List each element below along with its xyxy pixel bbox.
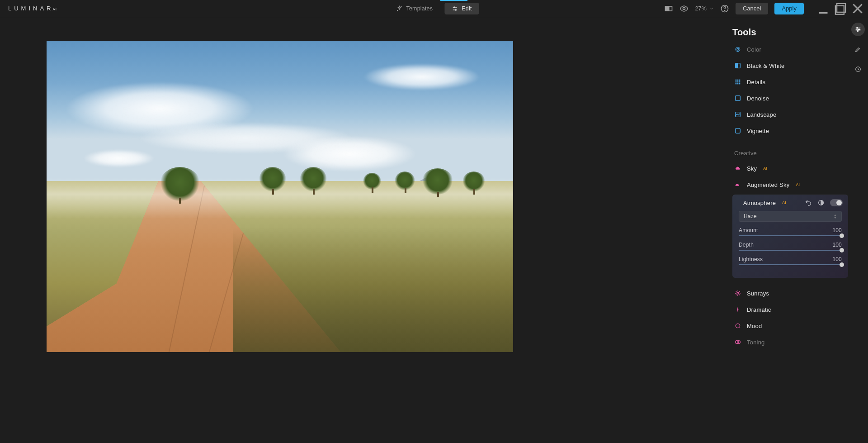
vignette-icon xyxy=(734,127,741,134)
svg-point-3 xyxy=(453,6,454,7)
zoom-dropdown[interactable]: 27% xyxy=(695,5,714,12)
titlebar: LUMINAR AI Templates Edit xyxy=(0,0,868,17)
svg-rect-26 xyxy=(736,83,737,85)
ai-badge: AI xyxy=(763,166,767,171)
rail-history-icon[interactable] xyxy=(851,62,865,76)
tool-sunrays-label: Sunrays xyxy=(747,290,769,297)
zoom-value: 27% xyxy=(695,5,707,12)
svg-rect-23 xyxy=(736,81,737,83)
slider-depth-value: 100 xyxy=(832,242,842,248)
tool-color[interactable]: Color xyxy=(732,41,848,57)
svg-rect-25 xyxy=(739,81,741,83)
svg-rect-19 xyxy=(736,63,738,68)
tool-sky[interactable]: Sky AI xyxy=(732,160,848,176)
svg-point-33 xyxy=(737,292,739,294)
canvas-area xyxy=(0,17,732,443)
section-creative: Creative xyxy=(732,139,848,160)
undo-icon[interactable] xyxy=(805,199,812,206)
atmosphere-mode-value: Haze xyxy=(744,213,757,219)
tool-bw-label: Black & White xyxy=(747,62,785,69)
tool-sky-label: Sky xyxy=(747,165,757,172)
tool-mood-label: Mood xyxy=(747,323,762,329)
apply-button[interactable]: Apply xyxy=(774,3,804,14)
tab-edit[interactable]: Edit xyxy=(444,3,479,14)
svg-line-41 xyxy=(739,291,740,292)
tool-bw[interactable]: Black & White xyxy=(732,57,848,74)
svg-point-10 xyxy=(724,10,725,10)
tool-dramatic[interactable]: Dramatic xyxy=(732,301,848,318)
sunrays-icon xyxy=(734,290,741,297)
tools-panel: Tools Color Black & White Details Denois… xyxy=(732,17,848,443)
tool-sunrays[interactable]: Sunrays xyxy=(732,285,848,301)
help-icon[interactable] xyxy=(720,4,729,13)
slider-lightness[interactable]: Lightness 100 xyxy=(739,256,842,265)
window-minimize-icon[interactable] xyxy=(815,0,832,17)
tool-details-label: Details xyxy=(747,79,765,86)
atmosphere-label: Atmosphere xyxy=(743,200,776,206)
compare-toggle-icon[interactable] xyxy=(664,4,673,13)
mask-icon[interactable] xyxy=(817,199,825,206)
atmosphere-header[interactable]: Atmosphere AI xyxy=(732,195,848,211)
tool-augmented-sky-label: Augmented Sky xyxy=(747,181,789,188)
window-controls xyxy=(815,0,866,17)
window-maximize-icon[interactable] xyxy=(832,0,849,17)
toning-icon xyxy=(734,338,741,346)
slider-lightness-label: Lightness xyxy=(739,256,763,262)
preview-eye-icon[interactable] xyxy=(679,4,689,13)
atmosphere-body: Haze ▲▼ Amount 100 Depth 100 xyxy=(732,211,848,265)
tool-vignette[interactable]: Vignette xyxy=(732,123,848,139)
svg-point-0 xyxy=(401,6,401,7)
tool-atmosphere-panel: Atmosphere AI Haze ▲▼ Amount xyxy=(732,195,848,278)
tool-augmented-sky[interactable]: Augmented Sky AI xyxy=(732,176,848,193)
atmosphere-toggle[interactable] xyxy=(830,199,843,206)
details-icon xyxy=(734,78,741,86)
rail-edit-icon[interactable] xyxy=(851,23,865,36)
sky-icon xyxy=(734,165,741,172)
sliders-icon xyxy=(452,5,458,12)
dramatic-icon xyxy=(734,306,741,313)
atmosphere-mode-dropdown[interactable]: Haze ▲▼ xyxy=(739,211,842,222)
svg-point-16 xyxy=(736,47,740,51)
rail-brush-icon[interactable] xyxy=(851,43,865,56)
svg-line-39 xyxy=(739,295,740,295)
tab-edit-label: Edit xyxy=(462,5,472,12)
augmented-sky-icon xyxy=(734,181,741,188)
chevron-down-icon xyxy=(709,6,714,11)
tab-templates[interactable]: Templates xyxy=(389,3,440,14)
svg-rect-27 xyxy=(737,83,739,85)
slider-depth[interactable]: Depth 100 xyxy=(739,242,842,251)
svg-rect-28 xyxy=(739,83,741,85)
svg-point-17 xyxy=(737,48,739,50)
svg-point-5 xyxy=(455,9,456,10)
tool-details[interactable]: Details xyxy=(732,74,848,90)
tool-toning[interactable]: Toning xyxy=(732,334,848,350)
svg-rect-6 xyxy=(665,6,669,11)
svg-point-8 xyxy=(683,7,685,10)
tool-toning-label: Toning xyxy=(747,339,765,346)
mood-icon xyxy=(734,322,741,329)
svg-marker-42 xyxy=(737,307,739,312)
slider-amount-value: 100 xyxy=(832,227,842,233)
slider-lightness-value: 100 xyxy=(832,256,842,262)
main: Tools Color Black & White Details Denois… xyxy=(0,17,868,443)
tools-title: Tools xyxy=(732,27,848,41)
window-close-icon[interactable] xyxy=(849,0,866,17)
color-icon xyxy=(734,46,741,53)
app-logo: LUMINAR AI xyxy=(8,5,57,12)
photo-preview[interactable] xyxy=(47,41,513,352)
tool-vignette-label: Vignette xyxy=(747,128,769,134)
svg-rect-20 xyxy=(736,80,737,81)
slider-amount[interactable]: Amount 100 xyxy=(739,227,842,236)
tool-denoise[interactable]: Denoise xyxy=(732,90,848,106)
svg-point-49 xyxy=(859,29,860,30)
svg-point-1 xyxy=(397,10,398,10)
cancel-button[interactable]: Cancel xyxy=(736,3,768,14)
bw-icon xyxy=(734,62,741,69)
updown-icon: ▲▼ xyxy=(834,214,837,219)
top-right: 27% Cancel Apply xyxy=(664,0,868,17)
tool-mood[interactable]: Mood xyxy=(732,318,848,334)
slider-amount-label: Amount xyxy=(739,227,758,233)
ai-badge: AI xyxy=(782,200,786,205)
tool-landscape[interactable]: Landscape xyxy=(732,106,848,123)
svg-rect-31 xyxy=(736,129,741,133)
